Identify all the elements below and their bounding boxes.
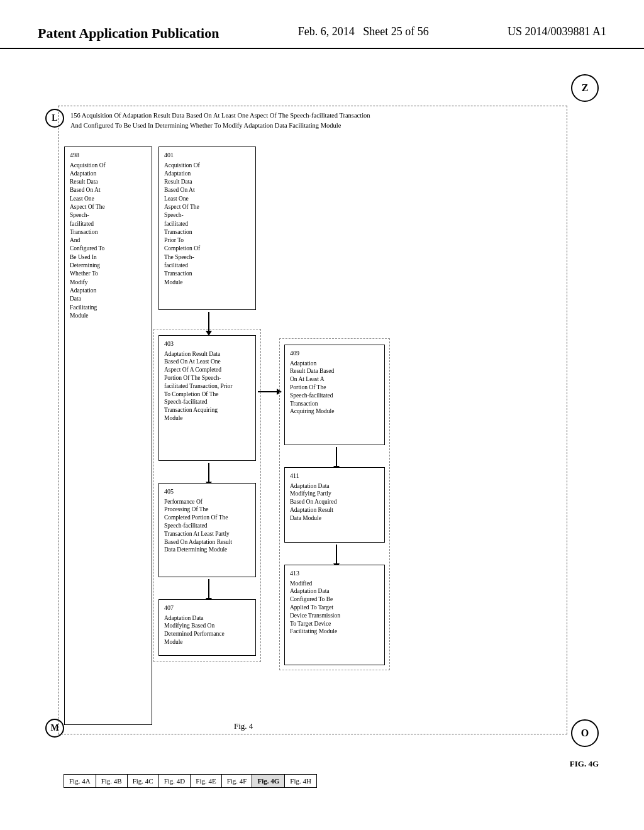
top-label-156: 156 Acquisition Of Adaptation Result Dat… [70,111,435,131]
tab-fig-4g[interactable]: Fig. 4G [252,774,285,788]
block-498: 498 Acquisition OfAdaptationResult DataB… [64,147,152,725]
tab-fig-4h[interactable]: Fig. 4H [284,774,317,788]
page-header: Patent Application Publication Feb. 6, 2… [0,0,644,49]
block-401-number: 401 [164,151,250,160]
figure-tabs: Fig. 4A Fig. 4B Fig. 4C Fig. 4D Fig. 4E … [64,774,317,788]
content-area: Z O L M 156 Acquisition Of Adaptation Re… [0,49,644,816]
publication-title: Patent Application Publication [38,25,219,42]
block-498-number: 498 [70,151,147,160]
block-401-text: Acquisition OfAdaptationResult DataBased… [164,162,250,287]
diagram: Z O L M 156 Acquisition Of Adaptation Re… [39,74,605,797]
publication-date: Feb. 6, 2014 Sheet 25 of 56 [298,25,429,38]
sub-box-left [153,329,261,662]
block-498-text: Acquisition OfAdaptationResult DataBased… [70,162,147,321]
connector-z: Z [571,74,599,102]
tab-fig-4d[interactable]: Fig. 4D [158,774,191,788]
arrow-403-to-409 [258,389,282,395]
patent-number: US 2014/0039881 A1 [508,25,606,38]
sub-box-right [279,338,390,670]
tab-fig-4f[interactable]: Fig. 4F [221,774,253,788]
tab-fig-4b[interactable]: Fig. 4B [96,774,128,788]
block-401: 401 Acquisition OfAdaptationResult DataB… [158,147,256,310]
tab-fig-4a[interactable]: Fig. 4A [64,774,96,788]
tab-fig-4c[interactable]: Fig. 4C [127,774,159,788]
connector-o: O [571,719,599,747]
tab-fig-4e[interactable]: Fig. 4E [190,774,221,788]
fig-4-label: Fig. 4 [234,721,253,731]
fig-4g-label: FIG. 4G [570,759,599,769]
